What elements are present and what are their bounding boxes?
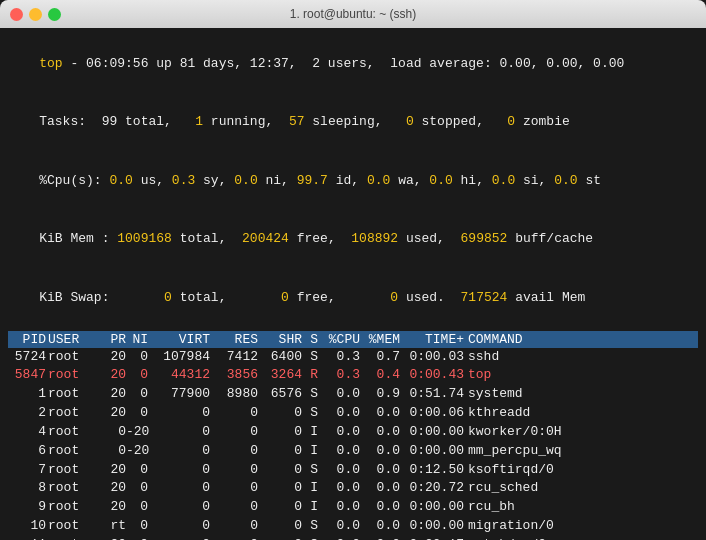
- col-header-s: S: [302, 332, 318, 347]
- col-header-mem: %MEM: [360, 332, 400, 347]
- table-row: 8root200000I0.00.00:20.72rcu_sched: [8, 479, 698, 498]
- process-table: 5724root20010798474126400S0.30.70:00.03s…: [8, 348, 698, 541]
- maximize-button[interactable]: [48, 8, 61, 21]
- col-header-user: USER: [46, 332, 98, 347]
- table-row: 11root200000S0.00.00:20.17watchdog/0: [8, 536, 698, 540]
- cpu-line: %Cpu(s): 0.0 us, 0.3 sy, 0.0 ni, 99.7 id…: [8, 151, 698, 210]
- table-row: 10rootrt0000S0.00.00:00.00migration/0: [8, 517, 698, 536]
- cpu-label: %Cpu(s):: [39, 173, 109, 188]
- table-row: 9root200000I0.00.00:00.00rcu_bh: [8, 498, 698, 517]
- title-bar: 1. root@ubuntu: ~ (ssh): [0, 0, 706, 28]
- swap-line: KiB Swap: 0 total, 0 free, 0 used. 71752…: [8, 268, 698, 327]
- close-button[interactable]: [10, 8, 23, 21]
- col-header-pr: PR: [98, 332, 126, 347]
- col-header-pid: PID: [8, 332, 46, 347]
- col-header-time: TIME+: [400, 332, 464, 347]
- col-header-cpu: %CPU: [318, 332, 360, 347]
- table-row: 1root2007790089806576S0.00.90:51.74syste…: [8, 385, 698, 404]
- window-title: 1. root@ubuntu: ~ (ssh): [290, 7, 417, 21]
- table-row: 2root200000S0.00.00:00.06kthreadd: [8, 404, 698, 423]
- top-status-line: top - 06:09:56 up 81 days, 12:37, 2 user…: [8, 34, 698, 93]
- table-row: 4root0-20000I0.00.00:00.00kworker/0:0H: [8, 423, 698, 442]
- table-header: PID USER PR NI VIRT RES SHR S %CPU %MEM …: [8, 331, 698, 348]
- col-header-res: RES: [210, 332, 258, 347]
- top-uptime: - 06:09:56 up 81 days, 12:37, 2 users, l…: [63, 56, 625, 71]
- col-header-ni: NI: [126, 332, 148, 347]
- table-row: 5724root20010798474126400S0.30.70:00.03s…: [8, 348, 698, 367]
- minimize-button[interactable]: [29, 8, 42, 21]
- terminal: top - 06:09:56 up 81 days, 12:37, 2 user…: [0, 28, 706, 540]
- table-row: 6root0-20000I0.00.00:00.00mm_percpu_wq: [8, 442, 698, 461]
- table-row: 5847root2004431238563264R0.30.40:00.43to…: [8, 366, 698, 385]
- col-header-shr: SHR: [258, 332, 302, 347]
- tasks-line: Tasks: 99 total, 1 running, 57 sleeping,…: [8, 93, 698, 152]
- title-bar-buttons: [10, 8, 61, 21]
- tasks-label: Tasks:: [39, 114, 94, 129]
- table-row: 7root200000S0.00.00:12.50ksoftirqd/0: [8, 461, 698, 480]
- mem-line: KiB Mem : 1009168 total, 200424 free, 10…: [8, 210, 698, 269]
- col-header-cmd: COMMAND: [464, 332, 604, 347]
- top-cmd-text: top: [39, 56, 62, 71]
- col-header-virt: VIRT: [148, 332, 210, 347]
